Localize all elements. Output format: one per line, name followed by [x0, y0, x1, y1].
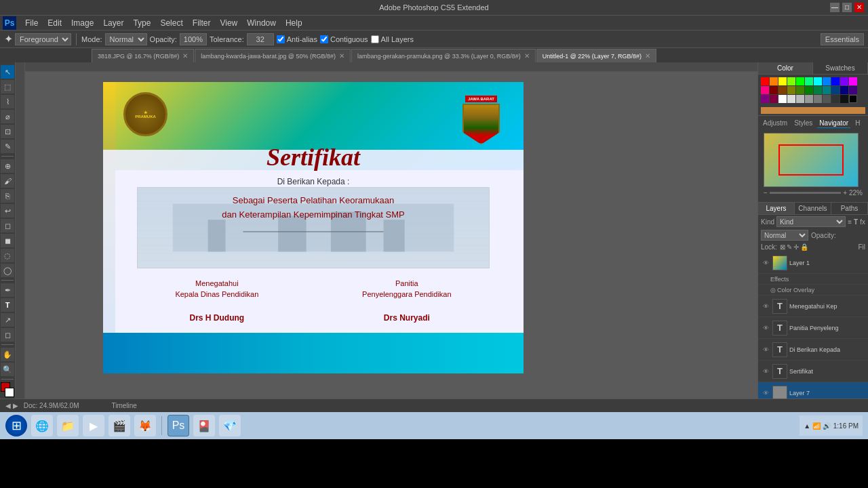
timeline-label[interactable]: Timeline — [112, 402, 137, 409]
layer-eye-layer1[interactable]: 👁 — [761, 258, 770, 268]
tab-untitled[interactable]: Untitled-1 @ 22% (Layer 7, RGB/8#) ✕ — [536, 49, 656, 62]
minimize-button[interactable]: — — [830, 3, 840, 12]
swatch-dark-purple[interactable] — [761, 95, 769, 103]
tab-3818[interactable]: 3818.JPG @ 16.7% (RGB/8#) ✕ — [92, 49, 194, 62]
swatch-pink[interactable] — [761, 86, 769, 94]
menu-view[interactable]: View — [215, 17, 242, 29]
dodge-tool[interactable]: ◯ — [1, 264, 14, 277]
swatch-gray[interactable] — [814, 95, 822, 103]
layer-item-sertifikat[interactable]: 👁 T Sertifikat — [758, 361, 868, 382]
tolerance-input[interactable] — [247, 33, 274, 45]
swatch-dark-green[interactable] — [805, 86, 813, 94]
tab-close-lambang[interactable]: ✕ — [339, 52, 344, 60]
layer-eye-layer7[interactable]: 👁 — [761, 388, 770, 398]
layer-eye-sertifikat[interactable]: 👁 — [761, 367, 770, 376]
text-tool[interactable]: T — [1, 298, 14, 312]
swatch-blue[interactable] — [823, 77, 831, 85]
magic-wand-tool[interactable]: ✦ — [4, 33, 13, 45]
swatch-gray-mid[interactable] — [805, 95, 813, 103]
move-tool[interactable]: ↖ — [1, 65, 14, 79]
menu-select[interactable]: Select — [155, 17, 187, 29]
swatch-dark-cyan[interactable] — [823, 86, 831, 94]
layer-eye-diberikan[interactable]: 👁 — [761, 345, 770, 354]
swatch-purple[interactable] — [840, 77, 848, 85]
swatch-dark-navy[interactable] — [840, 86, 848, 94]
styles-tab[interactable]: Styles — [792, 119, 814, 128]
paths-tab[interactable]: Paths — [831, 203, 868, 214]
path-select-tool[interactable]: ↗ — [1, 313, 14, 327]
swatch-green[interactable] — [796, 77, 804, 85]
swatch-gray-light[interactable] — [796, 95, 804, 103]
menu-help[interactable]: Help — [281, 17, 307, 29]
tab-close-gerakan[interactable]: ✕ — [524, 52, 530, 60]
taskbar-photoshop[interactable]: Ps — [167, 415, 189, 436]
swatch-darker-gray[interactable] — [831, 95, 840, 103]
tab-close-untitled[interactable]: ✕ — [645, 52, 650, 60]
zoom-out-icon[interactable]: − — [764, 189, 768, 197]
nav-zoom-slider[interactable] — [770, 192, 841, 194]
taskbar-ie[interactable]: 🌐 — [31, 415, 53, 436]
lock-position-icon[interactable]: ✛ — [793, 243, 799, 251]
opacity-input[interactable] — [180, 33, 207, 45]
swatch-dark-blue[interactable] — [831, 77, 840, 85]
lock-all-icon[interactable]: 🔒 — [800, 243, 808, 251]
swatch-red[interactable] — [761, 77, 769, 85]
zoom-in-icon[interactable]: + — [843, 189, 847, 197]
start-button[interactable]: ⊞ — [5, 415, 27, 436]
clone-stamp-tool[interactable]: ⎘ — [1, 189, 14, 203]
h-tab[interactable]: H — [853, 119, 862, 128]
menu-image[interactable]: Image — [66, 17, 98, 29]
adjustments-tab[interactable]: Adjustm — [761, 119, 789, 128]
history-brush-tool[interactable]: ↩ — [1, 204, 14, 218]
menu-window[interactable]: Window — [242, 17, 281, 29]
zoom-tool[interactable]: 🔍 — [1, 363, 14, 376]
status-arrows[interactable]: ◀ ▶ — [5, 402, 18, 409]
swatch-warm[interactable] — [761, 107, 865, 114]
layer-eye-panitia[interactable]: 👁 — [761, 323, 770, 333]
foreground-select[interactable]: Foreground — [15, 33, 71, 45]
blend-mode-select[interactable]: Normal — [761, 230, 808, 241]
swatch-orange[interactable] — [770, 77, 778, 85]
swatch-brown[interactable] — [778, 86, 787, 94]
layer-eye-menegatahui[interactable]: 👁 — [761, 302, 770, 311]
shape-tool[interactable]: ◻ — [1, 328, 14, 342]
swatch-yellow[interactable] — [778, 77, 787, 85]
hand-tool[interactable]: ✋ — [1, 348, 14, 361]
quick-select-tool[interactable]: ⌀ — [1, 110, 14, 123]
tab-color[interactable]: Color — [758, 62, 813, 74]
layers-tab[interactable]: Layers — [758, 203, 795, 214]
layer-item-diberikan[interactable]: 👁 T Di Berikan Kepada — [758, 339, 868, 361]
navigator-tab[interactable]: Navigator — [817, 119, 850, 128]
blur-tool[interactable]: ◌ — [1, 249, 14, 262]
lock-transparent-icon[interactable]: ⊠ — [780, 243, 785, 251]
lock-paint-icon[interactable]: ✎ — [787, 243, 792, 251]
all-layers-checkbox[interactable] — [371, 35, 379, 43]
essentials-button[interactable]: Essentials — [821, 33, 864, 45]
swatch-dark-pink[interactable] — [770, 95, 778, 103]
close-button[interactable]: ✕ — [854, 3, 864, 12]
maximize-button[interactable]: □ — [842, 3, 852, 12]
crop-tool[interactable]: ⊡ — [1, 125, 14, 138]
eraser-tool[interactable]: ◻ — [1, 219, 14, 232]
taskbar-firefox[interactable]: 🦊 — [134, 415, 156, 436]
swatch-dark-lime[interactable] — [796, 86, 804, 94]
swatch-near-black[interactable] — [840, 95, 848, 103]
gradient-tool[interactable]: ◼ — [1, 234, 14, 247]
layer-item-menegatahui[interactable]: 👁 T Menegatahui Kep — [758, 296, 868, 317]
swatch-black[interactable] — [849, 95, 857, 103]
anti-alias-checkbox[interactable] — [277, 35, 285, 43]
swatch-lime[interactable] — [787, 77, 795, 85]
menu-type[interactable]: Type — [128, 17, 155, 29]
menu-file[interactable]: File — [20, 17, 43, 29]
kind-select[interactable]: Kind — [776, 216, 846, 227]
tab-swatches[interactable]: Swatches — [813, 62, 868, 74]
channels-tab[interactable]: Channels — [795, 203, 831, 214]
swatch-dark-red[interactable] — [770, 86, 778, 94]
swatch-cyan[interactable] — [814, 77, 822, 85]
swatch-magenta[interactable] — [849, 77, 857, 85]
contiguous-checkbox[interactable] — [320, 35, 328, 43]
taskbar-app2[interactable]: 🎴 — [193, 415, 215, 436]
swatch-teal[interactable] — [814, 86, 822, 94]
menu-layer[interactable]: Layer — [98, 17, 128, 29]
swatch-white[interactable] — [778, 95, 787, 103]
